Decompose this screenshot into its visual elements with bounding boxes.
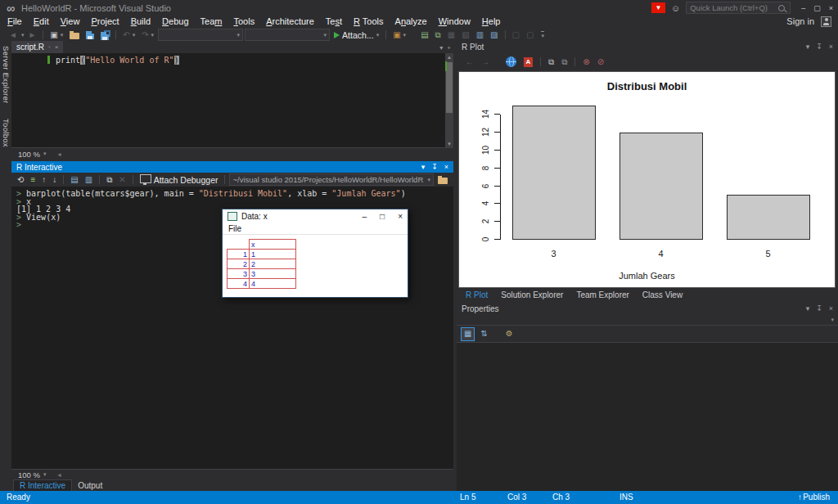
- alphabetical[interactable]: ⇅: [478, 328, 489, 340]
- r-plot-title-bar[interactable]: R Plot ▾ ↧ ×: [457, 41, 838, 52]
- next-plot[interactable]: →: [479, 56, 492, 68]
- solution-platforms[interactable]: ▾: [245, 29, 330, 41]
- restore-button[interactable]: ▢: [813, 4, 821, 12]
- r-interactive-window[interactable]: ▣▾: [390, 29, 408, 41]
- row-header[interactable]: 2: [228, 259, 250, 269]
- tab-r-plot[interactable]: R Plot: [460, 290, 493, 300]
- attach-debugger[interactable]: Attach Debugger: [137, 173, 221, 186]
- chevron-down-icon[interactable]: ▾: [21, 32, 25, 38]
- open-file[interactable]: [67, 29, 82, 41]
- send-feedback-icon[interactable]: ☺: [671, 3, 680, 13]
- pin-icon[interactable]: ↧: [816, 304, 822, 313]
- window-position-icon[interactable]: ▾: [806, 304, 810, 313]
- hscroll-left-icon[interactable]: ◂: [57, 151, 61, 158]
- minimize-button[interactable]: –: [801, 4, 805, 12]
- pin-tab-icon[interactable]: ◦: [48, 43, 51, 51]
- data-table[interactable]: x11223344: [227, 239, 296, 289]
- tab-team-explorer[interactable]: Team Explorer: [570, 290, 634, 300]
- object-selector-combo[interactable]: ▾: [457, 314, 838, 326]
- publish-up-icon[interactable]: ↑: [798, 493, 802, 502]
- export-as-pdf[interactable]: A: [521, 56, 535, 68]
- load-workspace[interactable]: ▤: [68, 173, 80, 186]
- save-all[interactable]: [98, 29, 111, 41]
- send-to-interactive[interactable]: ⧉: [433, 29, 444, 41]
- tab-list-chevron-icon[interactable]: ▾: [439, 44, 443, 52]
- menu-team[interactable]: Team: [195, 16, 228, 26]
- cell-value[interactable]: 4: [250, 279, 296, 289]
- side-tab-server-explorer[interactable]: Server Explorer: [0, 44, 11, 106]
- tab-class-view[interactable]: Class View: [637, 290, 688, 300]
- tab-output[interactable]: Output: [72, 480, 108, 491]
- maximize-button[interactable]: □: [380, 212, 385, 221]
- sign-in-link[interactable]: Sign in: [786, 16, 814, 26]
- undo[interactable]: ↶▾: [120, 29, 137, 41]
- close-button[interactable]: ×: [398, 212, 403, 221]
- close-panel-icon[interactable]: ×: [444, 163, 448, 171]
- redo[interactable]: ↷▾: [139, 29, 156, 41]
- zoom-chevron-icon[interactable]: ▾: [43, 151, 47, 157]
- menu-test[interactable]: Test: [320, 16, 348, 26]
- navigate-forward[interactable]: ►: [25, 29, 38, 41]
- close-panel-icon[interactable]: ×: [829, 43, 833, 51]
- data-window-title-bar[interactable]: Data: x – □ ×: [223, 209, 408, 223]
- menu-build[interactable]: Build: [125, 16, 156, 26]
- zoom-chevron-icon[interactable]: ▾: [43, 471, 47, 478]
- source-r-script[interactable]: ▤: [418, 29, 430, 41]
- properties-grid[interactable]: [457, 342, 838, 491]
- menu-project[interactable]: Project: [85, 16, 124, 26]
- cell-value[interactable]: 2: [250, 259, 296, 269]
- image-tool-disabled[interactable]: ▦: [445, 29, 457, 41]
- categorized[interactable]: ▦: [461, 327, 475, 341]
- set-working-directory[interactable]: [435, 173, 450, 186]
- history-next[interactable]: ↓: [50, 173, 59, 186]
- copy-as-bitmap[interactable]: ⧉: [546, 56, 556, 68]
- delete-disabled[interactable]: ✕: [116, 173, 128, 186]
- tab-r-interactive[interactable]: R Interactive: [13, 479, 72, 492]
- repl-zoom-value[interactable]: 100 %: [18, 470, 40, 479]
- tab-script-r[interactable]: script.R ◦ ×: [11, 41, 63, 53]
- new-project[interactable]: ▣▾: [47, 29, 65, 41]
- menu-help[interactable]: Help: [476, 16, 507, 26]
- side-tab-toolbox[interactable]: Toolbox: [0, 117, 11, 149]
- disabled-tool-b[interactable]: ▢: [524, 29, 536, 41]
- r-interactive-title-bar[interactable]: R Interactive ▾ ↧ ×: [11, 161, 453, 173]
- hscroll-left-icon[interactable]: ◂: [57, 471, 61, 479]
- save-history[interactable]: ▥: [474, 29, 486, 41]
- image-tool2-disabled[interactable]: ▧: [459, 29, 471, 41]
- save[interactable]: [83, 29, 97, 41]
- quick-launch-input[interactable]: Quick Launch (Ctrl+Q): [686, 2, 791, 14]
- menu-view[interactable]: View: [55, 16, 86, 26]
- user-avatar-icon[interactable]: [821, 16, 831, 27]
- editor-zoom-value[interactable]: 100 %: [18, 150, 40, 159]
- property-pages[interactable]: ⚙: [503, 328, 516, 340]
- row-header[interactable]: 4: [228, 279, 250, 289]
- publish-button[interactable]: Publish: [803, 493, 830, 502]
- pin-icon[interactable]: ↧: [816, 43, 822, 51]
- close-button[interactable]: ×: [829, 4, 833, 12]
- row-header[interactable]: 1: [228, 250, 250, 259]
- menu-file[interactable]: File: [228, 224, 241, 233]
- copy-as-metafile[interactable]: ⧉: [559, 56, 570, 68]
- close-tab-icon[interactable]: ×: [55, 43, 59, 51]
- history-to-source[interactable]: ⧉: [104, 173, 115, 186]
- tab-solution-explorer[interactable]: Solution Explorer: [495, 290, 569, 300]
- scroll-up-icon[interactable]: ▲: [447, 53, 452, 61]
- data-viewer-window[interactable]: Data: x – □ × File x11223344: [222, 209, 408, 298]
- solution-configurations[interactable]: ▾: [158, 29, 243, 41]
- window-position-icon[interactable]: ▾: [421, 163, 426, 171]
- working-scope[interactable]: ~/visual studio 2015/Projects/HelloWorld…: [229, 173, 434, 186]
- scrollbar-thumb[interactable]: [446, 62, 453, 113]
- feedback-funnel-icon[interactable]: ▼: [651, 2, 665, 13]
- minimize-button[interactable]: –: [363, 212, 367, 221]
- reset-session[interactable]: ⟲: [15, 173, 26, 186]
- toolbar-overflow-icon[interactable]: ▾: [541, 31, 544, 39]
- window-position-icon[interactable]: ▾: [806, 43, 810, 51]
- clear-all-plots[interactable]: ⊘: [595, 56, 606, 68]
- export-as-image[interactable]: [503, 56, 519, 68]
- menu-r-tools[interactable]: R Tools: [348, 16, 390, 26]
- editor-scrollbar[interactable]: ▲ ▼: [445, 53, 453, 147]
- menu-tools[interactable]: Tools: [228, 16, 260, 26]
- column-header-x[interactable]: x: [250, 240, 296, 250]
- row-header[interactable]: 3: [228, 269, 250, 279]
- menu-window[interactable]: Window: [433, 16, 476, 26]
